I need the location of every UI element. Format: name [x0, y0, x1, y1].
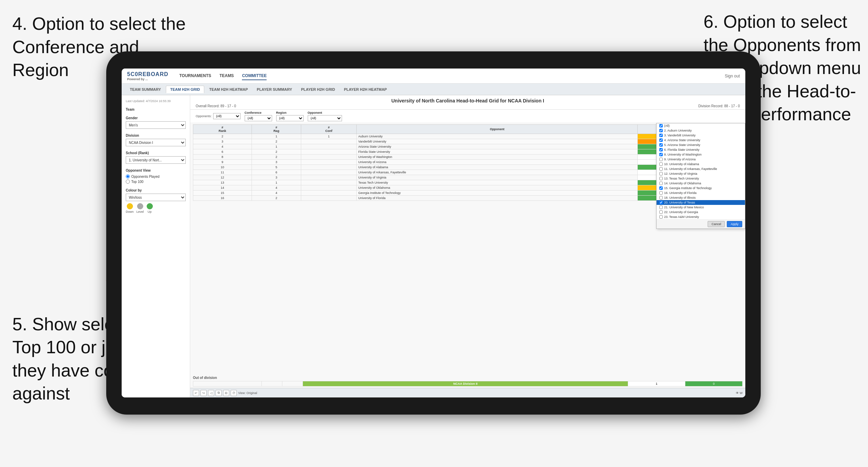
nav-teams[interactable]: TEAMS — [219, 72, 234, 80]
radio-top-100-input[interactable] — [126, 180, 130, 184]
dropdown-item-row[interactable]: 14. University of Oklahoma — [657, 181, 745, 186]
nav-committee[interactable]: COMMITTEE — [242, 72, 267, 80]
cell-conf — [301, 175, 357, 180]
division-select[interactable]: NCAA Division I — [126, 139, 186, 146]
colour-up-label: Up — [148, 210, 152, 213]
dropdown-checkbox[interactable] — [659, 201, 663, 204]
dropdown-checkbox[interactable] — [659, 124, 663, 127]
nav-tournaments[interactable]: TOURNAMENTS — [179, 72, 211, 80]
dropdown-checkbox[interactable] — [659, 134, 663, 137]
dropdown-item-row[interactable]: 6. Florida State University — [657, 147, 745, 152]
grid-header: University of North Carolina Head-to-Hea… — [190, 95, 745, 110]
colour-down-label: Down — [126, 210, 134, 213]
out-of-division-table: NCAA Division II 1 0 — [193, 381, 743, 386]
cell-rank: 12 — [193, 175, 252, 180]
nav-links: TOURNAMENTS TEAMS COMMITTEE — [179, 72, 267, 80]
dropdown-checkbox[interactable] — [659, 129, 663, 132]
out-of-division-empty1 — [193, 381, 262, 386]
dropdown-item-row[interactable]: 20. University of Texas — [657, 200, 745, 205]
toolbar-eye: 👁 W — [736, 391, 743, 395]
dropdown-checkbox[interactable] — [659, 215, 663, 219]
sub-tabs: TEAM SUMMARY TEAM H2H GRID TEAM H2H HEAT… — [122, 84, 745, 95]
colour-select[interactable]: Win/loss — [126, 194, 186, 201]
dropdown-checkbox[interactable] — [659, 148, 663, 151]
dropdown-checkbox[interactable] — [659, 191, 663, 195]
dropdown-checkbox[interactable] — [659, 138, 663, 142]
dropdown-item-row[interactable]: 21. University of New Mexico — [657, 205, 745, 210]
colour-label: Colour by — [126, 188, 186, 192]
dropdown-list[interactable]: (All) 2. Auburn University 3. Vanderbilt… — [657, 123, 745, 219]
toolbar-copy[interactable]: ⧉ — [216, 390, 222, 396]
dropdown-checkbox[interactable] — [659, 177, 663, 180]
dropdown-checkbox[interactable] — [659, 186, 663, 190]
tab-player-h2h-grid[interactable]: PLAYER H2H GRID — [297, 86, 339, 93]
toolbar-clock[interactable]: ⏱ — [231, 390, 237, 396]
dropdown-item-row[interactable]: 13. Texas Tech University — [657, 176, 745, 181]
dropdown-checkbox[interactable] — [659, 143, 663, 147]
school-section: School (Rank) 1. University of Nort... — [126, 151, 186, 164]
cell-conf — [301, 149, 357, 155]
radio-opponents-played-input[interactable] — [126, 174, 130, 179]
dropdown-checkbox[interactable] — [659, 162, 663, 166]
last-updated-section: Last Updated: 4/7/2024 16:55:39 — [126, 99, 186, 103]
toolbar-redo[interactable]: ↪ — [200, 390, 207, 396]
cancel-button[interactable]: Cancel — [708, 221, 725, 227]
opponents-select[interactable]: (All) — [213, 113, 241, 119]
right-panel-inner: #Rank #Rag #Conf Opponent Win Loss — [190, 123, 745, 397]
tab-h2h-grid[interactable]: TEAM H2H GRID — [166, 86, 205, 93]
gender-select[interactable]: Men's — [126, 121, 186, 129]
dropdown-item-row[interactable]: 18. University of Illinois — [657, 195, 745, 200]
tab-h2h-heatmap[interactable]: TEAM H2H HEATMAP — [205, 86, 252, 93]
dropdown-item-row[interactable]: 16. University of Florida — [657, 191, 745, 195]
opponent-dropdown[interactable]: (All) 2. Auburn University 3. Vanderbilt… — [656, 123, 745, 229]
region-select[interactable]: (All) — [276, 115, 304, 121]
cell-rank: 8 — [193, 155, 252, 160]
dropdown-item-row[interactable]: 23. Texas A&M University — [657, 214, 745, 219]
grid-title: University of North Carolina Head-to-Hea… — [196, 98, 740, 103]
filter-region: Region (All) — [276, 111, 304, 121]
cell-conf — [301, 185, 357, 191]
opponent-select[interactable]: (All) — [308, 115, 342, 121]
cell-conf — [301, 155, 357, 160]
radio-opponents-played[interactable]: Opponents Played — [126, 174, 186, 179]
dropdown-item-row[interactable]: 10. University of Alabama — [657, 162, 745, 167]
dropdown-item-label: 11. University of Arkansas, Fayetteville — [664, 167, 717, 171]
conference-select[interactable]: (All) — [245, 115, 272, 121]
dropdown-checkbox[interactable] — [659, 167, 663, 171]
cell-rank: 13 — [193, 180, 252, 185]
toolbar-back[interactable]: ◁ — [208, 390, 214, 396]
toolbar-undo[interactable]: ↩ — [193, 390, 199, 396]
dropdown-item-row[interactable]: 2. Auburn University — [657, 128, 745, 133]
filter-opponents: Opponents: (All) — [196, 113, 241, 119]
dropdown-checkbox[interactable] — [659, 172, 663, 175]
tab-player-h2h-heatmap[interactable]: PLAYER H2H HEATMAP — [340, 86, 391, 93]
radio-top-100[interactable]: Top 100 — [126, 180, 186, 184]
dropdown-checkbox[interactable] — [659, 206, 663, 209]
dropdown-item-row[interactable]: 9. University of Arizona — [657, 157, 745, 162]
dropdown-item-row[interactable]: 5. Arizona State University — [657, 143, 745, 147]
dropdown-item-row[interactable]: 15. Georgia Institute of Technology — [657, 186, 745, 191]
dropdown-item-row[interactable]: 3. Vanderbilt University — [657, 133, 745, 138]
toolbar-dash[interactable]: ⊟ — [223, 390, 229, 396]
tablet-frame: 5C0REBOARD Powered by ... TOURNAMENTS TE… — [106, 51, 761, 415]
school-label: School (Rank) — [126, 151, 186, 155]
dropdown-item-row[interactable]: 4. Arizona State University — [657, 138, 745, 143]
tab-player-summary[interactable]: PLAYER SUMMARY — [253, 86, 296, 93]
dropdown-item-row[interactable]: 22. University of Georgia — [657, 210, 745, 214]
dropdown-checkbox[interactable] — [659, 210, 663, 214]
nav-signout[interactable]: Sign out — [725, 74, 740, 78]
dropdown-item-row[interactable]: (All) — [657, 123, 745, 128]
dropdown-checkbox[interactable] — [659, 182, 663, 185]
dropdown-checkbox[interactable] — [659, 153, 663, 156]
dropdown-item-row[interactable]: 8. University of Washington — [657, 152, 745, 157]
dropdown-item-row[interactable]: 12. University of Virginia — [657, 171, 745, 176]
dropdown-checkbox[interactable] — [659, 158, 663, 161]
dropdown-item-row[interactable]: 11. University of Arkansas, Fayetteville — [657, 167, 745, 171]
dropdown-footer: Cancel Apply — [657, 219, 745, 229]
cell-rag: 3 — [252, 175, 301, 180]
school-select[interactable]: 1. University of Nort... — [126, 156, 186, 164]
apply-button[interactable]: Apply — [727, 221, 742, 227]
tab-team-summary[interactable]: TEAM SUMMARY — [126, 86, 165, 93]
dropdown-item-label: 4. Arizona State University — [664, 138, 700, 142]
dropdown-checkbox[interactable] — [659, 196, 663, 199]
